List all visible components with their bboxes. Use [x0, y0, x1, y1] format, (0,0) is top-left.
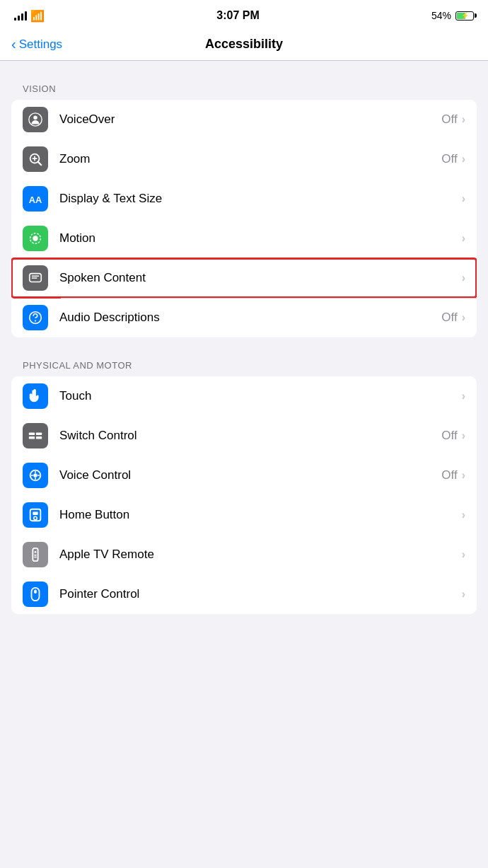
svg-point-11	[35, 320, 36, 321]
switch-control-icon	[23, 423, 48, 449]
pointer-control-label: Pointer Control	[59, 587, 462, 601]
voiceover-value: Off	[441, 112, 457, 127]
svg-text:AA: AA	[29, 195, 42, 205]
audio-descriptions-label: Audio Descriptions	[59, 311, 441, 325]
zoom-item[interactable]: Zoom Off ›	[11, 139, 477, 179]
apple-tv-remote-item[interactable]: Apple TV Remote ›	[11, 535, 477, 574]
voiceover-icon	[23, 107, 48, 132]
svg-rect-24	[34, 557, 37, 557]
status-time: 3:07 PM	[216, 9, 259, 22]
svg-line-3	[38, 162, 42, 166]
pointer-control-chevron: ›	[462, 588, 465, 601]
svg-rect-14	[36, 432, 42, 435]
signal-bars	[14, 11, 27, 21]
vision-section: VISION VoiceOver Off ›	[0, 83, 488, 337]
zoom-label: Zoom	[59, 152, 441, 166]
svg-rect-20	[33, 511, 37, 515]
display-text-size-label: Display & Text Size	[59, 192, 462, 206]
svg-rect-15	[36, 436, 42, 439]
status-right: 54% ⚡	[431, 10, 474, 21]
motion-label: Motion	[59, 231, 462, 245]
voiceover-chevron: ›	[462, 113, 465, 126]
audio-descriptions-item[interactable]: Audio Descriptions Off ›	[11, 298, 477, 337]
back-button[interactable]: ‹ Settings	[11, 37, 62, 52]
display-text-size-icon: AA	[23, 186, 48, 212]
audio-descriptions-value: Off	[441, 311, 457, 325]
motion-item[interactable]: Motion ›	[11, 219, 477, 258]
switch-control-item[interactable]: Switch Control Off ›	[11, 416, 477, 456]
svg-rect-12	[29, 432, 35, 435]
touch-chevron: ›	[462, 390, 465, 403]
voice-control-value: Off	[441, 468, 457, 482]
voice-control-icon	[23, 463, 48, 488]
motion-chevron: ›	[462, 232, 465, 245]
motion-icon	[23, 226, 48, 251]
switch-control-chevron: ›	[462, 429, 465, 442]
nav-bar: ‹ Settings Accessibility	[0, 31, 488, 61]
voice-control-item[interactable]: Voice Control Off ›	[11, 456, 477, 495]
home-button-icon	[23, 502, 48, 528]
status-bar: 📶 3:07 PM 54% ⚡	[0, 0, 488, 31]
wifi-icon: 📶	[30, 9, 45, 23]
svg-rect-26	[34, 590, 37, 594]
vision-section-header: VISION	[0, 83, 488, 100]
audio-descriptions-chevron: ›	[462, 311, 465, 324]
page-title: Accessibility	[205, 37, 283, 52]
svg-point-19	[34, 516, 37, 520]
touch-item[interactable]: Touch ›	[11, 376, 477, 416]
pointer-control-item[interactable]: Pointer Control ›	[11, 574, 477, 614]
home-button-label: Home Button	[59, 508, 462, 522]
zoom-value: Off	[441, 152, 457, 166]
spoken-content-chevron: ›	[462, 272, 465, 284]
display-text-size-chevron: ›	[462, 192, 465, 205]
apple-tv-remote-label: Apple TV Remote	[59, 548, 462, 562]
battery-icon: ⚡	[455, 11, 474, 21]
vision-group: VoiceOver Off › Zoom Off › AA	[11, 100, 477, 337]
voiceover-label: VoiceOver	[59, 112, 441, 127]
voice-control-chevron: ›	[462, 469, 465, 482]
switch-control-label: Switch Control	[59, 429, 441, 443]
physical-motor-group: Touch › Switch Control Off ›	[11, 376, 477, 614]
home-button-chevron: ›	[462, 509, 465, 521]
svg-point-17	[33, 473, 37, 478]
spoken-content-item[interactable]: Spoken Content ›	[11, 258, 477, 298]
display-text-size-item[interactable]: AA Display & Text Size ›	[11, 179, 477, 219]
physical-motor-section: PHYSICAL AND MOTOR Touch › Switch	[0, 360, 488, 614]
spoken-content-icon	[23, 265, 48, 291]
home-button-item[interactable]: Home Button ›	[11, 495, 477, 535]
zoom-icon	[23, 146, 48, 172]
apple-tv-remote-icon	[23, 542, 48, 567]
touch-icon	[23, 383, 48, 409]
svg-point-22	[35, 551, 37, 553]
pointer-control-icon	[23, 581, 48, 607]
switch-control-value: Off	[441, 429, 457, 443]
svg-point-7	[33, 236, 37, 241]
svg-rect-13	[29, 436, 35, 439]
apple-tv-remote-chevron: ›	[462, 548, 465, 561]
spoken-content-label: Spoken Content	[59, 271, 462, 285]
touch-label: Touch	[59, 389, 462, 403]
status-left: 📶	[14, 9, 45, 23]
battery-percent: 54%	[431, 10, 451, 21]
svg-rect-25	[32, 588, 40, 601]
zoom-chevron: ›	[462, 153, 465, 166]
back-label: Settings	[19, 37, 62, 52]
physical-motor-section-header: PHYSICAL AND MOTOR	[0, 360, 488, 376]
svg-point-1	[33, 116, 37, 120]
svg-rect-23	[34, 555, 37, 555]
chevron-left-icon: ‹	[11, 36, 16, 52]
voiceover-item[interactable]: VoiceOver Off ›	[11, 100, 477, 139]
audio-descriptions-icon	[23, 305, 48, 330]
voice-control-label: Voice Control	[59, 468, 441, 482]
